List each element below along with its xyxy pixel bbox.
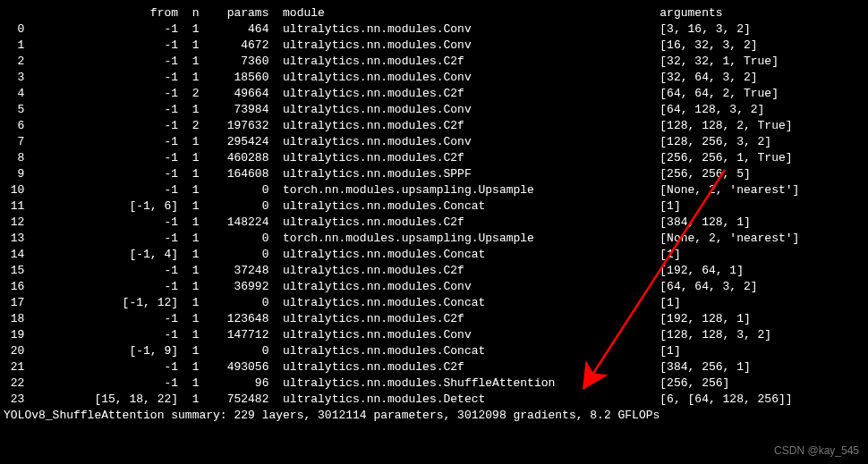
watermark: CSDN @kay_545	[774, 443, 859, 459]
table-row: 4 -1 2 49664 ultralytics.nn.modules.C2f …	[4, 86, 864, 102]
table-row: 6 -1 2 197632 ultralytics.nn.modules.C2f…	[4, 118, 864, 134]
terminal-output: from n params module arguments 0 -1 1 46…	[4, 5, 864, 424]
table-row: 20 [-1, 9] 1 0 ultralytics.nn.modules.Co…	[4, 343, 864, 359]
table-row: 22 -1 1 96 ultralytics.nn.modules.Shuffl…	[4, 375, 864, 392]
table-row: 14 [-1, 4] 1 0 ultralytics.nn.modules.Co…	[4, 247, 864, 263]
table-row: 10 -1 1 0 torch.nn.modules.upsampling.Up…	[4, 182, 864, 198]
table-row: 3 -1 1 18560 ultralytics.nn.modules.Conv…	[4, 70, 864, 86]
table-row: 18 -1 1 123648 ultralytics.nn.modules.C2…	[4, 311, 864, 327]
table-row: 21 -1 1 493056 ultralytics.nn.modules.C2…	[4, 359, 864, 375]
table-row: 15 -1 1 37248 ultralytics.nn.modules.C2f…	[4, 263, 864, 279]
table-row: 2 -1 1 7360 ultralytics.nn.modules.C2f […	[4, 54, 864, 70]
table-row: 0 -1 1 464 ultralytics.nn.modules.Conv […	[4, 21, 864, 38]
model-summary: YOLOv8_ShuffleAttention summary: 229 lay…	[4, 408, 864, 424]
table-row: 23 [15, 18, 22] 1 752482 ultralytics.nn.…	[4, 392, 864, 408]
table-row: 8 -1 1 460288 ultralytics.nn.modules.C2f…	[4, 150, 864, 166]
table-row: 13 -1 1 0 torch.nn.modules.upsampling.Up…	[4, 231, 864, 247]
table-row: 16 -1 1 36992 ultralytics.nn.modules.Con…	[4, 279, 864, 295]
table-row: 19 -1 1 147712 ultralytics.nn.modules.Co…	[4, 327, 864, 343]
table-row: 17 [-1, 12] 1 0 ultralytics.nn.modules.C…	[4, 295, 864, 311]
table-row: 1 -1 1 4672 ultralytics.nn.modules.Conv …	[4, 38, 864, 54]
table-row: 9 -1 1 164608 ultralytics.nn.modules.SPP…	[4, 166, 864, 182]
table-row: 12 -1 1 148224 ultralytics.nn.modules.C2…	[4, 215, 864, 231]
table-row: 7 -1 1 295424 ultralytics.nn.modules.Con…	[4, 134, 864, 150]
table-header: from n params module arguments	[4, 5, 864, 21]
table-row: 5 -1 1 73984 ultralytics.nn.modules.Conv…	[4, 102, 864, 118]
table-row: 11 [-1, 6] 1 0 ultralytics.nn.modules.Co…	[4, 198, 864, 215]
